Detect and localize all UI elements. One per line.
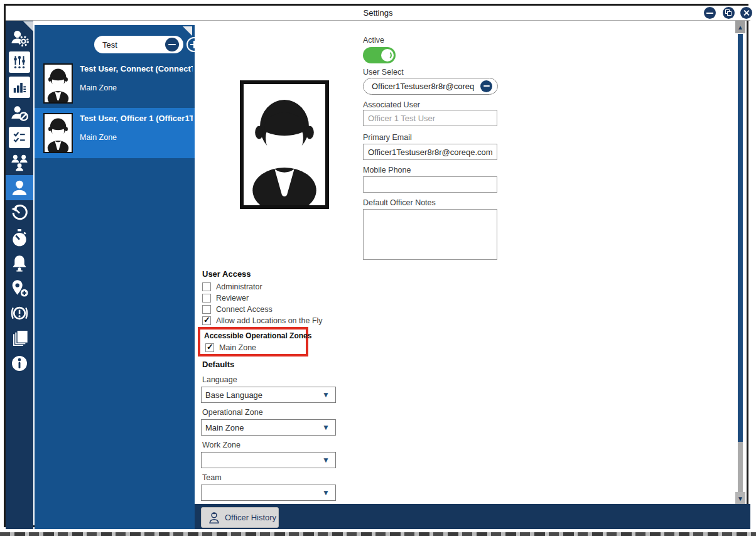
associated-user-field[interactable]	[363, 110, 497, 126]
scrollbar-up-button[interactable]: ▲	[735, 21, 745, 33]
work-zone-dropdown[interactable]: ▼	[201, 452, 336, 468]
operational-zone-label: Operational Zone	[202, 408, 263, 417]
chevron-down-icon: ▼	[322, 423, 330, 432]
user-select-label: User Select	[363, 68, 404, 77]
sidebar-item-alerts[interactable]	[6, 250, 33, 276]
user-avatar	[43, 113, 73, 153]
active-toggle[interactable]	[363, 47, 396, 63]
officer-history-button[interactable]: Officer History	[201, 507, 279, 528]
minimize-icon	[706, 13, 713, 14]
user-list-panel: Test User, Connect (ConnectTes Main Zone…	[35, 25, 195, 529]
user-photo-placeholder[interactable]	[240, 80, 329, 209]
user-access-heading: User Access	[202, 269, 251, 279]
work-zone-label: Work Zone	[202, 441, 240, 449]
sidebar-item-user-settings[interactable]	[6, 24, 33, 50]
user-name: Test User, Connect (ConnectTes	[80, 64, 193, 73]
add-user-button[interactable]	[186, 37, 202, 52]
user-zone: Main Zone	[80, 83, 117, 92]
screen: Settings	[0, 0, 756, 536]
chevron-down-icon: ▼	[322, 390, 330, 399]
checkbox[interactable]	[202, 305, 211, 314]
user-disabled-icon	[9, 102, 30, 122]
sidebar-item-stopwatch[interactable]	[6, 225, 33, 250]
bar-chart-icon	[11, 79, 28, 95]
scrollbar-track[interactable]	[738, 442, 743, 492]
language-dropdown[interactable]: Base Language ▼	[201, 387, 336, 403]
close-button[interactable]	[740, 7, 752, 19]
sidebar-item-about[interactable]	[6, 351, 33, 376]
mobile-phone-field[interactable]	[363, 176, 497, 193]
remove-user-select-button[interactable]	[480, 80, 492, 92]
default-officer-notes-field[interactable]	[363, 209, 497, 260]
sidebar-item-teams[interactable]	[6, 150, 33, 175]
chevron-down-icon: ▼	[322, 456, 330, 464]
sidebar-item-sliders[interactable]	[6, 50, 33, 75]
sidebar-item-users[interactable]	[6, 175, 33, 200]
checklist-icon	[11, 129, 28, 146]
user-row-officer1-selected[interactable]: Test User, Officer 1 (Officer1Te Main Zo…	[35, 108, 195, 158]
language-label: Language	[202, 375, 237, 384]
alert-icon	[9, 303, 30, 323]
checkbox[interactable]	[202, 282, 211, 291]
user-icon	[9, 178, 30, 198]
team-dropdown[interactable]: ▼	[201, 485, 336, 501]
user-row-connect[interactable]: Test User, Connect (ConnectTes Main Zone	[35, 58, 195, 108]
active-label: Active	[363, 36, 384, 45]
sidebar-item-user-disabled[interactable]	[6, 100, 33, 125]
user-name: Test User, Officer 1 (Officer1Te	[80, 114, 193, 123]
user-avatar	[43, 63, 73, 104]
sliders-icon	[11, 54, 28, 70]
minus-icon	[483, 85, 490, 87]
settings-window: Settings	[4, 4, 748, 527]
user-select-field[interactable]: Officer1Testuser8r8r@coreq	[363, 78, 498, 95]
operational-zone-dropdown[interactable]: Main Zone ▼	[201, 419, 336, 436]
user-select-value: Officer1Testuser8r8r@coreq	[372, 82, 474, 91]
documents-icon	[9, 328, 30, 348]
user-settings-icon	[9, 27, 30, 47]
timer-icon	[9, 203, 30, 223]
team-icon	[9, 153, 30, 173]
footer-bar: Officer History	[195, 504, 750, 529]
info-icon	[9, 353, 30, 373]
minimize-button[interactable]	[704, 7, 716, 19]
checkbox[interactable]: ✓	[205, 343, 214, 352]
bell-icon	[9, 253, 30, 273]
minus-icon	[168, 44, 176, 45]
down-arrow-icon: ▼	[737, 495, 743, 502]
up-arrow-icon: ▲	[737, 24, 743, 31]
sidebar-item-timer[interactable]	[6, 200, 33, 225]
stopwatch-icon	[9, 228, 30, 248]
accessible-operational-zones-heading: Accessible Operational Zones	[204, 331, 311, 340]
mobile-phone-label: Mobile Phone	[363, 166, 411, 174]
search-input[interactable]	[102, 36, 162, 53]
icon-sidebar	[6, 21, 33, 529]
sidebar-item-statistics[interactable]	[6, 75, 33, 100]
sidebar-item-checklist[interactable]	[6, 125, 33, 150]
defaults-heading: Defaults	[202, 360, 234, 369]
background-desktop-strip	[0, 532, 756, 536]
toggle-knob	[381, 49, 394, 62]
officer-icon	[207, 511, 221, 525]
add-location-icon	[9, 278, 30, 298]
user-zone: Main Zone	[80, 133, 117, 142]
sidebar-item-documents[interactable]	[6, 326, 33, 351]
associated-user-label: Associated User	[363, 100, 420, 109]
maximize-button[interactable]	[723, 7, 735, 19]
title-bar: Settings	[6, 6, 750, 21]
scrollbar-thumb[interactable]	[738, 34, 743, 442]
sidebar-item-add-location[interactable]	[6, 276, 33, 301]
accessible-operational-zones-highlight: Accessible Operational Zones ✓ Main Zone	[198, 327, 308, 356]
checkbox[interactable]	[202, 294, 211, 303]
window-title: Settings	[6, 6, 750, 21]
clear-search-button[interactable]	[165, 38, 179, 51]
default-officer-notes-label: Default Officer Notes	[363, 198, 436, 207]
primary-email-label: Primary Email	[363, 133, 412, 142]
checkbox[interactable]: ✓	[202, 316, 211, 325]
sidebar-item-incidents[interactable]	[6, 301, 33, 326]
panel-resize-handle[interactable]	[183, 26, 192, 36]
scrollbar-down-button[interactable]: ▼	[735, 492, 745, 504]
chevron-down-icon: ▼	[322, 488, 330, 497]
primary-email-field[interactable]	[363, 144, 497, 160]
team-label: Team	[202, 473, 222, 482]
user-search	[94, 36, 183, 53]
